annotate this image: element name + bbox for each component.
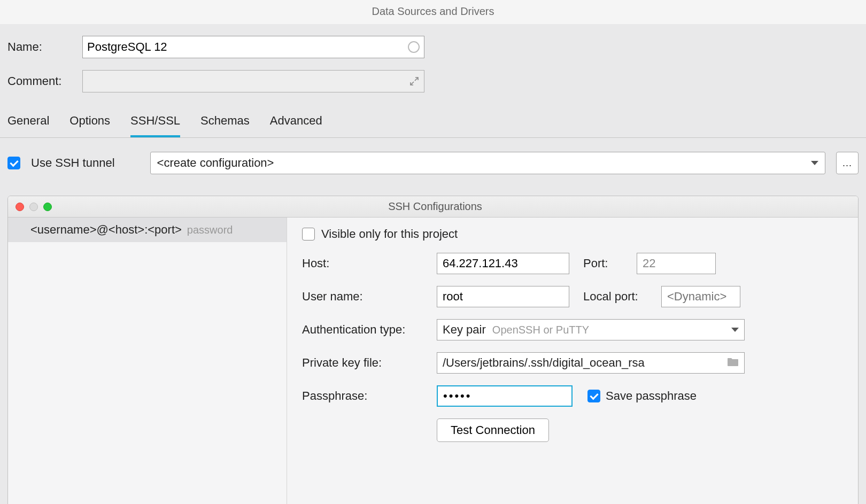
auth-type-select[interactable]: Key pair OpenSSH or PuTTY [437,319,745,340]
chevron-down-icon [811,161,818,165]
keyfile-label: Private key file: [302,356,437,370]
host-label: Host: [302,257,437,270]
host-input[interactable] [437,253,569,274]
username-label: User name: [302,290,437,304]
config-item-sublabel: password [187,224,233,236]
passphrase-label: Passphrase: [302,389,437,403]
comment-field-wrapper[interactable] [82,70,424,92]
auth-type-subvalue: OpenSSH or PuTTY [492,324,589,336]
more-button[interactable]: ... [836,152,859,174]
tab-general[interactable]: General [7,114,49,137]
name-input[interactable] [87,40,405,54]
test-connection-button[interactable]: Test Connection [437,418,549,442]
tab-bar: General Options SSH/SSL Schemas Advanced [0,104,866,138]
ssh-config-select[interactable]: <create configuration> [150,152,825,174]
inner-window-title: SSH Configurations [20,200,850,213]
keyfile-input[interactable]: /Users/jetbrains/.ssh/digital_ocean_rsa [437,352,745,374]
folder-icon[interactable] [727,356,739,370]
window-title: Data Sources and Drivers [0,0,866,24]
localport-input[interactable] [661,286,740,307]
name-field-wrapper[interactable] [82,36,424,58]
name-label: Name: [7,40,82,54]
status-indicator-icon [408,41,420,53]
auth-type-value: Key pair [443,323,486,336]
save-passphrase-label: Save passphrase [606,389,697,403]
localport-label: Local port: [583,290,661,304]
tab-advanced[interactable]: Advanced [270,114,322,137]
use-ssh-tunnel-label: Use SSH tunnel [31,156,115,170]
auth-type-label: Authentication type: [302,323,437,337]
save-passphrase-checkbox[interactable] [587,390,600,402]
config-list: <username>@<host>:<port> password [8,218,287,504]
config-item-label: <username>@<host>:<port> [30,223,182,237]
use-ssh-tunnel-checkbox[interactable] [7,157,20,169]
tab-options[interactable]: Options [69,114,110,137]
visible-only-checkbox[interactable] [302,228,315,241]
expand-icon[interactable] [409,76,420,87]
tab-ssh-ssl[interactable]: SSH/SSL [130,114,180,137]
ssh-config-placeholder: <create configuration> [157,156,274,170]
tab-schemas[interactable]: Schemas [200,114,250,137]
comment-input[interactable] [87,68,420,94]
visible-only-label: Visible only for this project [321,227,458,241]
config-list-item[interactable]: <username>@<host>:<port> password [8,218,287,242]
keyfile-value: /Users/jetbrains/.ssh/digital_ocean_rsa [443,356,645,370]
chevron-down-icon [731,328,739,332]
port-input[interactable] [637,253,716,274]
port-label: Port: [583,257,637,270]
comment-label: Comment: [7,74,82,88]
username-input[interactable] [437,286,569,307]
ssh-config-window: SSH Configurations <username>@<host>:<po… [7,196,859,504]
passphrase-input[interactable] [437,385,573,407]
